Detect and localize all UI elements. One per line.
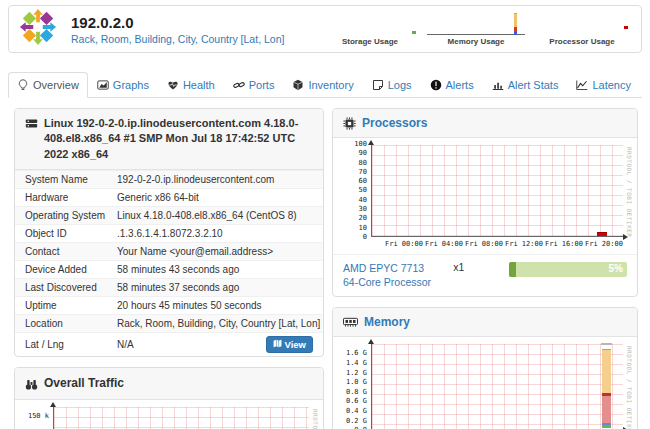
overall-traffic-header: Overall Traffic (15, 368, 323, 400)
row-value: 192-0-2-0.ip.linodeusercontent.com (117, 174, 274, 185)
memory-usage-sparkline[interactable] (427, 12, 525, 37)
tab-label: Health (183, 79, 215, 91)
memory-usage-mini: Memory Usage (427, 12, 525, 46)
row-value: 20 hours 45 minutes 50 seconds (117, 300, 262, 311)
table-row: Device Added 58 minutes 43 seconds ago (15, 260, 323, 278)
alert-circle-icon (430, 79, 442, 91)
row-label: Uptime (25, 300, 117, 311)
processors-panel: Processors 1009080706050403020100 Fri 00… (332, 108, 638, 297)
row-label: Device Added (25, 264, 117, 275)
tab-alert-stats[interactable]: Alert Stats (483, 72, 568, 98)
y-tick: 0 (363, 234, 367, 241)
view-map-button[interactable]: View (266, 336, 313, 353)
lightbulb-icon (17, 79, 29, 91)
memory-red-segment (602, 396, 611, 423)
processors-title[interactable]: Processors (362, 116, 427, 130)
tab-alerts[interactable]: Alerts (421, 72, 483, 98)
y-tick: 1.2 G (346, 370, 367, 377)
row-label: Operating System (25, 210, 117, 221)
y-tick: 40 (359, 197, 367, 204)
table-row: Uptime 20 hours 45 minutes 50 seconds (15, 296, 323, 314)
memory-plot (371, 344, 623, 429)
tab-notes[interactable]: Notes (640, 72, 650, 98)
device-info-table: System Name 192-0-2-0.ip.linodeuserconte… (15, 170, 323, 332)
tab-label: Overview (33, 79, 79, 91)
processors-graph[interactable]: 1009080706050403020100 Fri 00:00Fri 04:0… (337, 143, 633, 249)
y-tick: 70 (359, 169, 367, 176)
memory-yticks: 1.6 G1.4 G1.2 G1.0 G0.8 G0.6 G0.4 G0.2 G… (337, 350, 367, 429)
device-name: 192.0.2.0 (71, 14, 284, 31)
table-row: Contact Your Name <your@email.address> (15, 242, 323, 260)
tab-logs[interactable]: Logs (363, 72, 421, 98)
row-value: Linux 4.18.0-408.el8.x86_64 (CentOS 8) (117, 210, 297, 221)
server-icon (25, 116, 38, 130)
area-chart-icon (97, 79, 109, 91)
tab-inventory[interactable]: Inventory (283, 72, 362, 98)
tab-graphs[interactable]: Graphs (88, 72, 158, 98)
rrdtool-watermark: RRDTOOL / TOBI OETIKER (626, 147, 633, 237)
rrdtool-watermark: RRDTOOL / TOBI OETIKER (626, 346, 633, 429)
bar-chart-icon (492, 79, 504, 91)
x-tick: Fri 12:00 (505, 240, 543, 249)
memory-usage-label: Memory Usage (427, 37, 525, 46)
cpu-usage-meter: 5% (509, 262, 627, 277)
memory-module-icon (343, 316, 358, 328)
y-tick: 20 (359, 215, 367, 222)
row-value: N/A (117, 339, 134, 350)
row-label: Last Discovered (25, 282, 117, 293)
y-tick: 100 (354, 141, 367, 148)
table-row: Object ID .1.3.6.1.4.1.8072.3.2.10 (15, 224, 323, 242)
x-tick: Fri 08:00 (465, 240, 503, 249)
y-axis-arrow (368, 140, 374, 145)
table-row: Hardware Generic x86 64-bit (15, 188, 323, 206)
table-row: System Name 192-0-2-0.ip.linodeuserconte… (15, 170, 323, 188)
overall-traffic-graph[interactable]: 150 k100 k50 k0 RRDTOOL / TOBI OETIKER (19, 405, 319, 429)
y-tick: 0.2 G (346, 418, 367, 425)
memory-panel: Memory 1.6 G1.4 G1.2 G1.0 G0.8 G0.6 G0.4… (332, 307, 638, 429)
heartbeat-icon (167, 79, 179, 91)
row-label: Hardware (25, 192, 117, 203)
line-chart-icon (576, 79, 588, 91)
cpu-detail-row: AMD EPYC 7713 64-Core Processor x1 5% (333, 254, 637, 296)
processors-yticks: 1009080706050403020100 (337, 141, 367, 241)
map-icon (273, 339, 282, 350)
y-tick: 1.6 G (346, 350, 367, 357)
tab-ports[interactable]: Ports (224, 72, 284, 98)
processor-usage-label: Processor Usage (533, 37, 631, 46)
centos-logo-icon (19, 8, 57, 50)
storage-usage-sparkline[interactable] (321, 12, 419, 37)
y-tick: 60 (359, 178, 367, 185)
storage-data-mark (412, 31, 416, 34)
tab-overview[interactable]: Overview (8, 72, 88, 98)
memory-title[interactable]: Memory (364, 315, 410, 329)
tab-latency[interactable]: Latency (567, 72, 640, 98)
device-header-panel: 192.0.2.0 Rack, Room, Building, City, Co… (8, 5, 642, 53)
device-info-panel: Linux 192-0-2-0.ip.linodeusercontent.com… (14, 108, 324, 357)
y-tick: 1.0 G (346, 379, 367, 386)
memory-graph[interactable]: 1.6 G1.4 G1.2 G1.0 G0.8 G0.6 G0.4 G0.2 G… (337, 342, 633, 429)
memory-spike-blue (514, 32, 517, 35)
table-row: Location Rack, Room, Building, City, Cou… (15, 314, 323, 332)
overall-traffic-panel: Overall Traffic 150 k100 k50 k0 RRDTOOL … (14, 367, 324, 429)
cpu-name-link[interactable]: AMD EPYC 7713 64-Core Processor (343, 261, 431, 289)
cpu-usage-fill (509, 262, 516, 277)
y-tick: 150 k (28, 413, 49, 420)
device-location-link[interactable]: Rack, Room, Building, City, Country [Lat… (71, 33, 284, 45)
y-tick: 80 (359, 160, 367, 167)
row-label: Location (25, 318, 117, 329)
y-tick: 0.4 G (346, 408, 367, 415)
tab-health[interactable]: Health (158, 72, 224, 98)
tab-label: Inventory (308, 79, 353, 91)
x-tick: Fri 16:00 (545, 240, 583, 249)
y-tick: 0.6 G (346, 398, 367, 405)
y-axis-arrow (368, 339, 374, 344)
tab-label: Latency (592, 79, 631, 91)
tab-label: Alerts (446, 79, 474, 91)
cube-icon (292, 79, 304, 91)
cpu-usage-bar (597, 232, 607, 236)
sticky-note-icon (372, 79, 384, 91)
memory-green-segment (602, 425, 611, 428)
processor-usage-sparkline[interactable] (533, 12, 631, 37)
table-row: Last Discovered 58 minutes 37 seconds ag… (15, 278, 323, 296)
x-tick: Fri 20:00 (585, 240, 623, 249)
